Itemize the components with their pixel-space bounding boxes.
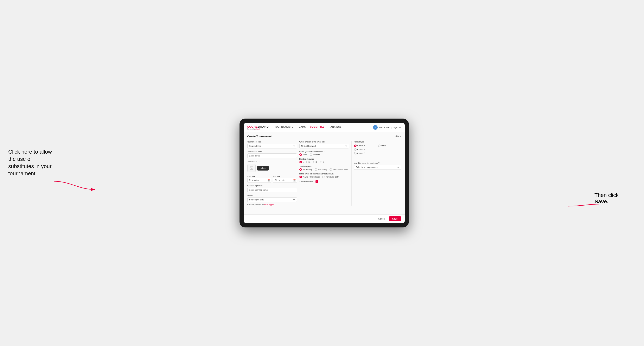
format-5count4-label: 5 count 4 xyxy=(358,145,365,147)
cancel-button[interactable]: Cancel xyxy=(376,216,387,221)
nav-teams[interactable]: TEAMS xyxy=(297,126,306,129)
back-button[interactable]: ‹ Back xyxy=(395,135,401,138)
scoring-api-select[interactable]: Select a scoring service xyxy=(354,165,401,170)
right-annotation-line1: Then click xyxy=(594,192,618,198)
substitutes-field: Allow substitutes? xyxy=(300,180,349,183)
scoring-medal-label: Medal Match Play xyxy=(333,169,348,171)
rounds-4-radio[interactable] xyxy=(320,161,322,163)
format-6count5[interactable]: 6 count 5 xyxy=(354,152,377,155)
end-date-field: End date 📅 xyxy=(273,174,297,183)
rounds-2[interactable]: 2 xyxy=(306,161,310,163)
division-select[interactable]: NCAA Division I xyxy=(300,144,349,149)
rounds-4[interactable]: 4 xyxy=(320,161,324,163)
format-5count4[interactable]: 5 count 4 xyxy=(354,145,377,147)
scoring-stroke-radio[interactable] xyxy=(300,168,302,171)
scoring-medal-radio[interactable] xyxy=(330,168,332,171)
substitutes-checkbox[interactable] xyxy=(316,180,318,183)
nav-right: B blair admin | Sign out xyxy=(373,125,401,130)
left-annotation: Click here to allow the use of substitut… xyxy=(8,148,54,177)
nav-rankings[interactable]: RANKINGS xyxy=(329,126,342,129)
rounds-1-label: 1 xyxy=(303,161,304,163)
logo-placeholder-icon xyxy=(247,164,256,172)
sponsor-field: Sponsor (optional) xyxy=(247,185,297,192)
rounds-3[interactable]: 3 xyxy=(313,161,317,163)
scoring-label: Scoring system xyxy=(300,165,349,168)
format-other-radio[interactable] xyxy=(378,145,380,147)
gender-field: Which gender is the event for? Mens Wome… xyxy=(300,151,349,156)
scoring-stroke[interactable]: Stroke Play xyxy=(300,168,312,171)
avatar: B xyxy=(373,125,378,130)
page-content: Create Tournament ‹ Back Tournament Host… xyxy=(244,132,405,214)
format-other[interactable]: Other xyxy=(378,145,401,147)
scoring-api-label: Use third-party live scoring API? xyxy=(354,162,401,164)
page-header: Create Tournament ‹ Back xyxy=(247,135,401,138)
scoring-radio-group: Stroke Play Match Play Medal Match Play xyxy=(300,168,349,171)
substitutes-checkbox-item[interactable]: Allow substitutes? xyxy=(300,180,349,183)
nav-tournaments[interactable]: TOURNAMENTS xyxy=(274,126,293,129)
individuals-only-radio[interactable] xyxy=(322,176,324,178)
scoring-match-radio[interactable] xyxy=(315,168,317,171)
rounds-1-radio[interactable] xyxy=(300,161,302,163)
right-annotation-bold: Save. xyxy=(594,198,608,204)
gender-mens-label: Mens xyxy=(303,154,307,156)
logo-scoreboard: SCOREBOARD xyxy=(247,125,269,128)
individuals-only[interactable]: Individuals Only xyxy=(322,176,338,178)
sign-out-link[interactable]: Sign out xyxy=(393,126,401,129)
division-label: Which division is the event for? xyxy=(300,141,349,143)
user-name: blair admin xyxy=(379,126,390,129)
teams-plus-individuals[interactable]: Teams (+Individuals) xyxy=(300,176,320,178)
navbar: SCOREBOARD Powered by clippd TOURNAMENTS… xyxy=(244,123,405,132)
format-6count4-radio[interactable] xyxy=(354,148,356,151)
rounds-2-radio[interactable] xyxy=(306,161,309,163)
teams-plus-radio[interactable] xyxy=(300,176,302,178)
gender-mens[interactable]: Mens xyxy=(300,154,307,156)
format-type-label: Format type xyxy=(354,141,401,143)
format-options-grid: 5 count 4 Other 6 count 4 xyxy=(354,145,401,155)
form-grid: Tournament Host Search team Tournament n… xyxy=(247,141,401,206)
format-6count4[interactable]: 6 count 4 xyxy=(354,148,377,151)
scoring-api-field: Use third-party live scoring API? Select… xyxy=(354,162,401,170)
rounds-1[interactable]: 1 xyxy=(300,161,304,163)
form-col-3: Format type 5 count 4 Other xyxy=(352,141,401,206)
end-date-input[interactable] xyxy=(273,178,297,183)
start-date-wrapper: 📅 xyxy=(247,178,271,183)
tournament-name-field: Tournament name xyxy=(247,151,297,158)
tournament-host-field: Tournament Host Search team xyxy=(247,141,297,149)
upload-button[interactable]: Upload xyxy=(257,166,269,171)
rounds-3-radio[interactable] xyxy=(313,161,316,163)
email-support-link[interactable]: email support xyxy=(264,204,274,206)
scoring-medal[interactable]: Medal Match Play xyxy=(330,168,348,171)
gender-mens-radio[interactable] xyxy=(300,154,302,156)
tablet-screen: SCOREBOARD Powered by clippd TOURNAMENTS… xyxy=(244,123,405,223)
start-date-field: Start date 📅 xyxy=(247,174,271,183)
nav-committee[interactable]: COMMITTEE xyxy=(310,126,324,129)
gender-womens-label: Womens xyxy=(313,154,320,156)
format-6count5-radio[interactable] xyxy=(354,152,356,155)
start-date-input[interactable] xyxy=(247,178,271,183)
save-button[interactable]: Save xyxy=(389,216,401,221)
format-5count4-radio[interactable] xyxy=(354,145,356,147)
end-date-label: End date xyxy=(273,175,280,177)
sponsor-input[interactable] xyxy=(247,188,297,192)
teams-field: Is this event for Teams and/or Individua… xyxy=(300,173,349,178)
scoring-match[interactable]: Match Play xyxy=(315,168,327,171)
tournament-host-label: Tournament Host xyxy=(247,141,297,143)
rounds-radio-group: 1 2 3 xyxy=(300,161,349,163)
venue-select[interactable]: Search golf club xyxy=(247,197,297,202)
rounds-3-label: 3 xyxy=(316,161,317,163)
sponsor-label: Sponsor (optional) xyxy=(247,185,297,187)
venue-label: Venue xyxy=(247,194,297,196)
substitutes-label: Allow substitutes? xyxy=(300,181,314,183)
tournament-host-select[interactable]: Search team xyxy=(247,144,297,149)
gender-womens[interactable]: Womens xyxy=(310,154,320,156)
tournament-name-input[interactable] xyxy=(247,154,297,158)
format-type-field: Format type 5 count 4 Other xyxy=(354,141,401,155)
start-date-label: Start date xyxy=(247,175,256,177)
end-date-wrapper: 📅 xyxy=(273,178,297,183)
nav-links: TOURNAMENTS TEAMS COMMITTEE RANKINGS xyxy=(274,126,373,129)
page-wrapper: Click here to allow the use of substitut… xyxy=(8,119,636,227)
gender-womens-radio[interactable] xyxy=(310,154,312,156)
gender-radio-group: Mens Womens xyxy=(300,154,349,156)
right-annotation: Then click Save. xyxy=(594,192,636,205)
individuals-only-label: Individuals Only xyxy=(326,176,338,178)
